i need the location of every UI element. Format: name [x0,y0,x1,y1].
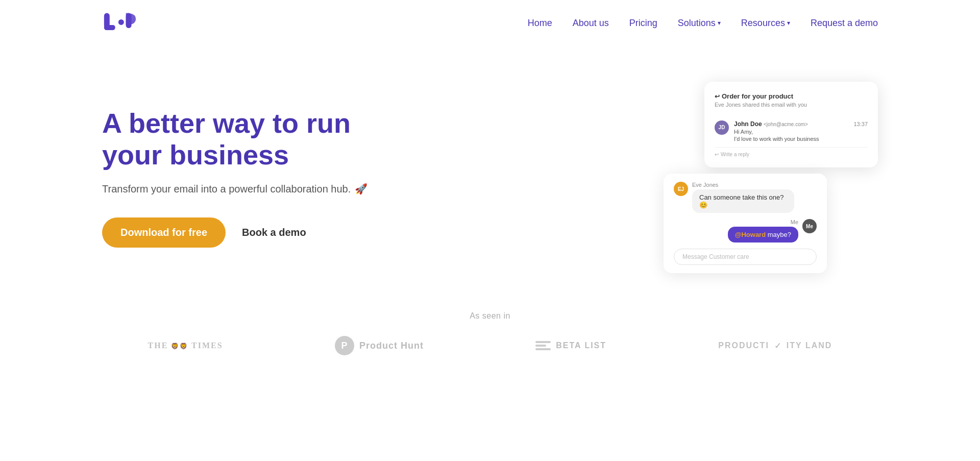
beta-list-text: BETA LIST [556,341,606,350]
email-share-info: ↩ Order for your product Eve Jones share… [715,92,868,109]
nav-request-demo[interactable]: Request a demo [811,18,878,29]
eve-avatar: EJ [674,182,688,196]
eve-bubble: Can someone take this one? 😊 [692,189,794,213]
beta-line-2 [535,345,546,347]
productivity-land-text: PRODUCTI [718,341,769,350]
forward-icon: ↩ [715,92,720,101]
download-button[interactable]: Download for free [102,217,226,248]
header: Home About us Pricing Solutions ▾ Resour… [0,0,980,46]
me-label: Me [728,219,798,225]
eve-message-group: Eve Jones Can someone take this one? 😊 [692,182,794,213]
as-seen-in-section: As seen in THE 🦁🦁 TIMES P Product Hunt B… [0,291,980,376]
nav-home[interactable]: Home [528,18,552,29]
eve-name: Eve Jones [692,182,794,188]
times-logo-text: THE 🦁🦁 TIMES [148,341,223,350]
book-demo-button[interactable]: Book a demo [242,227,306,238]
hero-section: A better way to run your business Transf… [0,46,980,291]
email-card: ↩ Order for your product Eve Jones share… [704,82,878,167]
the-times-logo: THE 🦁🦁 TIMES [148,341,223,350]
rocket-emoji: 🚀 [355,183,368,195]
hero-subtitle: Transform your email into a powerful col… [102,183,388,195]
productivity-land-logo: PRODUCTI ✓ ITY LAND [718,341,832,351]
logo[interactable] [102,10,138,36]
eve-bubble-row: EJ Eve Jones Can someone take this one? … [674,182,817,213]
product-hunt-text: Product Hunt [359,341,424,351]
mention-text: @Howard [735,231,766,238]
input-placeholder: Message Customer care [682,253,749,260]
logo-icon [102,10,138,36]
nav-about[interactable]: About us [573,18,609,29]
productivity-land-text-2: ITY LAND [787,341,832,350]
me-bubble: @Howard maybe? [728,227,798,242]
chevron-down-icon: ▾ [718,19,721,27]
svg-rect-1 [104,25,115,30]
me-bubble-row: Me Me @Howard maybe? [674,219,817,242]
email-greeting: Hi Amy, [734,129,868,135]
chat-bubbles-card: EJ Eve Jones Can someone take this one? … [664,174,827,273]
reply-icon: ↩ [715,152,719,157]
reply-row: ↩ Write a reply [715,152,868,157]
main-nav: Home About us Pricing Solutions ▾ Resour… [528,18,878,29]
beta-list-logo: BETA LIST [535,341,606,350]
nav-pricing[interactable]: Pricing [629,18,657,29]
hero-illustration: ↩ Order for your product Eve Jones share… [684,71,878,235]
hero-buttons: Download for free Book a demo [102,217,388,248]
nav-resources[interactable]: Resources ▾ [741,18,790,29]
email-message-row: JD John Doe <john@acme.com> 13:37 Hi Amy… [715,115,868,148]
email-time: 13:37 [853,121,868,127]
sender-name: John Doe <john@acme.com> [734,120,808,128]
nav-solutions[interactable]: Solutions ▾ [678,18,721,29]
press-logos-row: THE 🦁🦁 TIMES P Product Hunt BETA LIST PR… [102,336,878,355]
ph-circle-icon: P [335,336,354,355]
svg-point-2 [118,19,124,25]
beta-line-3 [535,348,551,350]
product-hunt-logo: P Product Hunt [335,336,424,355]
checkmark-icon: ✓ [774,341,781,351]
beta-list-icon [535,341,551,350]
email-text: I'd love to work with your business [734,136,868,142]
hero-title: A better way to run your business [102,107,388,171]
me-message-group: Me @Howard maybe? [728,219,798,242]
as-seen-label: As seen in [102,311,878,321]
chat-input[interactable]: Message Customer care [674,249,817,265]
hero-left: A better way to run your business Transf… [102,77,388,248]
beta-line-1 [535,341,551,343]
chevron-down-icon: ▾ [787,19,790,27]
email-body-content: John Doe <john@acme.com> 13:37 Hi Amy, I… [734,120,868,142]
john-avatar: JD [715,120,729,135]
email-subject: ↩ Order for your product [715,92,868,101]
me-avatar: Me [802,219,817,233]
